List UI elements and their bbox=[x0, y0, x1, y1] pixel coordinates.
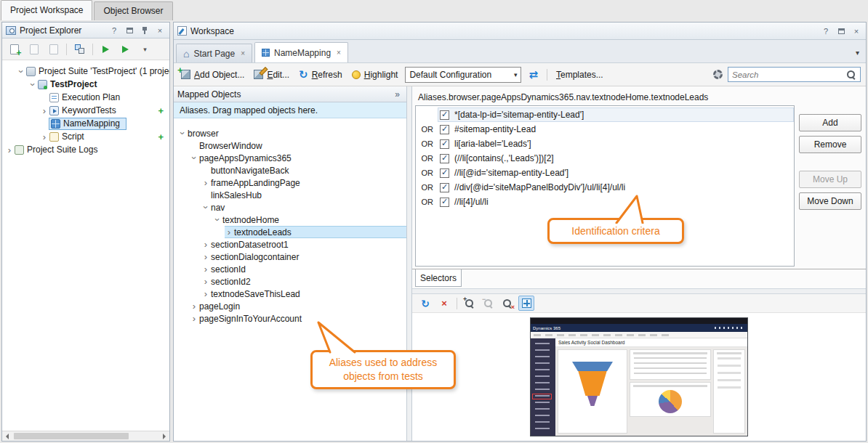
chevron-down-icon[interactable] bbox=[28, 79, 37, 89]
gear-icon[interactable] bbox=[713, 70, 723, 79]
templates-button[interactable]: Templates... bbox=[554, 68, 606, 82]
object-preview-image[interactable]: Dynamics 365 Sales Activity Social Dashb… bbox=[530, 317, 748, 436]
alias-item-buttonnavigateback[interactable]: buttonNavigateBack bbox=[201, 164, 406, 176]
save-item-icon[interactable] bbox=[45, 41, 62, 57]
selector-checkbox[interactable]: ✓ bbox=[440, 110, 449, 120]
alias-item-browser[interactable]: browser bbox=[178, 127, 406, 139]
help-icon[interactable]: ? bbox=[820, 25, 832, 36]
zoom-in-icon[interactable]: + bbox=[462, 296, 478, 311]
selector-row[interactable]: OR✓#sitemap-entity-Lead bbox=[416, 122, 794, 137]
zoom-out-icon[interactable]: − bbox=[481, 296, 497, 311]
tab-object-browser[interactable]: Object Browser bbox=[94, 1, 172, 20]
chevron-right-icon[interactable] bbox=[201, 277, 210, 287]
selector-checkbox[interactable]: ✓ bbox=[440, 154, 449, 163]
alias-item-pageappsdynamics365[interactable]: pageAppsDynamics365 bbox=[190, 152, 406, 164]
chevron-right-icon[interactable] bbox=[201, 289, 210, 299]
chevron-down-icon[interactable] bbox=[201, 203, 210, 213]
selector-checkbox[interactable]: ✓ bbox=[440, 139, 449, 149]
tab-close-icon[interactable]: × bbox=[241, 49, 245, 57]
delete-image-icon[interactable]: × bbox=[436, 296, 452, 311]
tree-item-project-suite[interactable]: Project Suite 'TestProject' (1 project) bbox=[2, 65, 169, 78]
scroll-left-arrow[interactable] bbox=[2, 431, 12, 441]
selector-row[interactable]: ✓*[data-lp-id='sitemap-entity-Lead'] bbox=[416, 107, 794, 122]
chevron-down-icon[interactable] bbox=[190, 153, 198, 163]
alias-item-sectionid[interactable]: sectionId bbox=[201, 263, 406, 275]
alias-item-pagesignintoyouraccount[interactable]: pageSignInToYourAccount bbox=[190, 312, 406, 325]
zoom-reset-icon[interactable]: × bbox=[499, 296, 515, 311]
alias-item-linksaleshub[interactable]: linkSalesHub bbox=[201, 189, 406, 201]
add-existing-item-icon[interactable] bbox=[25, 41, 42, 57]
tree-item-project-suite-logs[interactable]: Project Suite Logs bbox=[2, 143, 169, 156]
selector-checkbox[interactable]: ✓ bbox=[440, 183, 449, 192]
chevron-right-icon[interactable] bbox=[201, 178, 210, 188]
add-button[interactable]: Add bbox=[799, 114, 861, 131]
selector-row[interactable]: OR✓//div[@id='siteMapPanelBodyDiv']/ul/l… bbox=[416, 180, 794, 195]
help-icon[interactable]: ? bbox=[108, 25, 120, 36]
selector-checkbox[interactable]: ✓ bbox=[440, 198, 449, 207]
add-object-button[interactable]: Add Object... bbox=[179, 68, 246, 82]
alias-item-pagelogin[interactable]: pageLogin bbox=[190, 300, 406, 312]
run-test-icon[interactable] bbox=[97, 41, 114, 57]
section-splitter[interactable] bbox=[412, 288, 866, 294]
run-options-dropdown[interactable]: ▾ bbox=[137, 41, 153, 57]
tree-item-keywordtests[interactable]: KeywordTests + bbox=[2, 104, 169, 117]
alias-item-textnodesavethislead[interactable]: textnodeSaveThisLead bbox=[201, 288, 406, 300]
alias-item-sectiondatasetroot1[interactable]: sectionDatasetroot1 bbox=[201, 238, 406, 251]
update-configurations-button[interactable]: ⇄ bbox=[526, 67, 540, 82]
selector-checkbox[interactable]: ✓ bbox=[440, 125, 449, 134]
scrollbar-thumb[interactable] bbox=[14, 433, 129, 439]
selector-checkbox[interactable]: ✓ bbox=[440, 168, 449, 178]
edit-button[interactable]: Edit... bbox=[252, 68, 292, 82]
chevron-right-icon[interactable] bbox=[40, 131, 49, 142]
selector-row[interactable]: OR✓//li[@id='sitemap-entity-Lead'] bbox=[416, 166, 794, 180]
tree-item-namemapping[interactable]: NameMapping bbox=[2, 117, 169, 130]
chevron-right-icon[interactable] bbox=[5, 145, 14, 155]
add-keyword-test-icon[interactable]: + bbox=[158, 105, 164, 116]
chevron-right-icon[interactable] bbox=[201, 264, 210, 275]
move-down-button[interactable]: Move Down bbox=[799, 192, 861, 210]
add-new-item-icon[interactable] bbox=[6, 41, 23, 57]
tree-item-script[interactable]: Script + bbox=[2, 130, 169, 143]
chevron-down-icon[interactable] bbox=[178, 129, 187, 139]
alias-item-browserwindow[interactable]: BrowserWindow bbox=[190, 139, 406, 152]
selector-row[interactable]: OR✓//li[4]/ul/li bbox=[416, 195, 794, 209]
chevron-down-icon[interactable] bbox=[17, 66, 25, 76]
chevron-right-icon[interactable] bbox=[190, 314, 198, 324]
selector-row[interactable]: OR✓li[aria-label='Leads'] bbox=[416, 137, 794, 151]
remove-button[interactable]: Remove bbox=[799, 136, 861, 153]
tree-item-execution-plan[interactable]: Execution Plan bbox=[2, 91, 169, 104]
move-up-button[interactable]: Move Up bbox=[799, 171, 861, 188]
tab-close-icon[interactable]: × bbox=[337, 49, 341, 57]
highlight-button[interactable]: Highlight bbox=[350, 68, 401, 82]
scroll-right-arrow[interactable] bbox=[159, 431, 169, 441]
fit-to-window-icon[interactable] bbox=[518, 296, 534, 311]
run-project-icon[interactable] bbox=[117, 41, 134, 57]
add-script-icon[interactable]: + bbox=[158, 131, 164, 142]
selector-row[interactable]: OR✓(//li[contains(.,'Leads')])[2] bbox=[416, 151, 794, 166]
chevron-right-icon[interactable] bbox=[225, 227, 233, 237]
chevron-right-icon[interactable] bbox=[190, 301, 198, 312]
chevron-down-icon[interactable] bbox=[213, 215, 222, 225]
chevron-right-icon[interactable] bbox=[40, 105, 49, 115]
selectors-tab[interactable]: Selectors bbox=[415, 269, 462, 287]
refresh-button[interactable]: ↻ Refresh bbox=[297, 67, 345, 82]
tab-start-page[interactable]: ⌂ Start Page × bbox=[176, 44, 252, 62]
close-icon[interactable]: × bbox=[851, 25, 862, 36]
float-window-icon[interactable] bbox=[124, 25, 135, 36]
horizontal-scrollbar[interactable] bbox=[2, 431, 169, 441]
tab-namemapping[interactable]: NameMapping × bbox=[254, 42, 348, 62]
alias-item-sectionid2[interactable]: sectionId2 bbox=[201, 275, 406, 288]
selected-tree-item[interactable]: NameMapping bbox=[49, 118, 126, 130]
pin-icon[interactable] bbox=[139, 25, 150, 36]
close-icon[interactable]: × bbox=[154, 25, 166, 36]
alias-item-sectiondialogcontainer[interactable]: sectionDialogcontainer bbox=[201, 251, 406, 263]
search-input[interactable] bbox=[732, 70, 843, 79]
update-image-icon[interactable]: ↻ bbox=[417, 296, 433, 311]
configuration-select[interactable]: Default Configuration ▾ bbox=[405, 67, 521, 83]
search-box[interactable] bbox=[728, 67, 861, 82]
chevron-right-icon[interactable] bbox=[201, 240, 210, 250]
collapse-panel-icon[interactable]: » bbox=[391, 89, 403, 99]
tree-item-testproject[interactable]: TestProject bbox=[2, 78, 169, 91]
chevron-right-icon[interactable] bbox=[201, 252, 210, 262]
source-control-icon[interactable] bbox=[71, 41, 88, 57]
